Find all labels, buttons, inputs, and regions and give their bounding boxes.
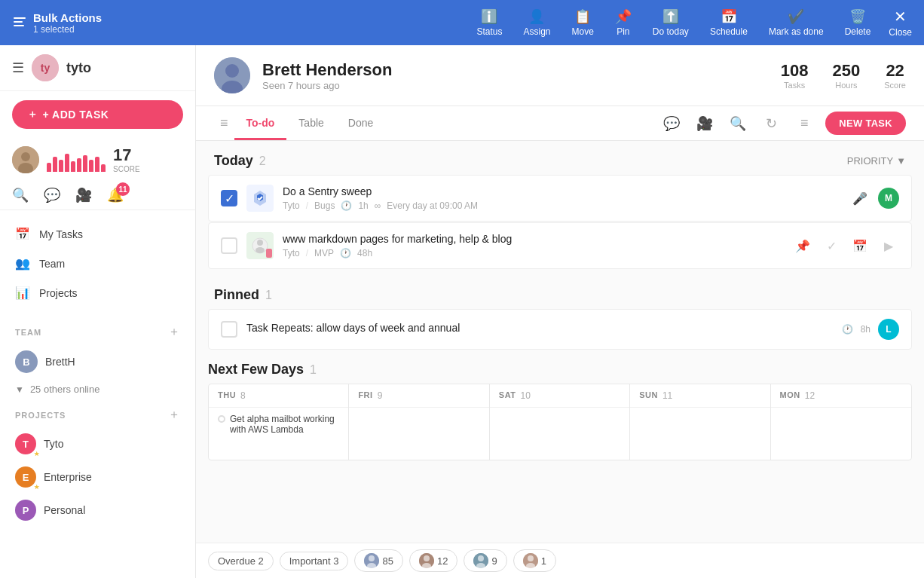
task-project-markdown: Tyto (283, 248, 300, 258)
comment-icon[interactable]: 💬 (659, 112, 684, 136)
pin-label: Pin (617, 26, 629, 37)
hamburger-menu-icon[interactable]: ☰ (12, 60, 24, 76)
filter-avatar-1[interactable]: 1 (513, 549, 556, 572)
filter-list-icon[interactable]: ≡ (792, 112, 816, 136)
profile-stats: 108 Tasks 250 Hours 22 Score (781, 61, 906, 90)
project-name-enterprise: Enterprise (44, 471, 92, 483)
video-icon[interactable]: 🎥 (75, 187, 92, 203)
clock-icon: 🕐 (341, 200, 352, 211)
svg-point-27 (528, 555, 534, 561)
tabs-bar: ≡ To-do Table Done 💬 🎥 🔍 ↻ ≡ NEW TASK (196, 106, 924, 141)
cal-day-label: THU (218, 390, 236, 401)
chat-icon[interactable]: 💬 (44, 187, 60, 203)
team-member-bretth[interactable]: B BrettH (0, 344, 195, 379)
task-check-btn[interactable]: ✓ (821, 235, 842, 256)
project-item-tyto[interactable]: T Tyto (0, 427, 195, 460)
svg-rect-2 (14, 25, 24, 26)
profile-avatar (214, 57, 250, 93)
calendar-column: THU8Get alpha mailbot working with AWS L… (209, 384, 349, 460)
task-row-pinned[interactable]: Task Repeats: allow days of week and ann… (208, 309, 912, 350)
bulk-markdone-action[interactable]: ✔️ Mark as done (769, 8, 824, 37)
score-label: SCORE (113, 165, 140, 173)
new-task-button[interactable]: NEW TASK (825, 112, 906, 135)
filter-important[interactable]: Important 3 (280, 552, 349, 570)
task-checkbox-markdown[interactable] (221, 237, 237, 254)
task-time-markdown: 48h (357, 248, 372, 258)
today-title: Today (214, 153, 253, 169)
bulk-move-action[interactable]: 📋 Move (572, 8, 594, 37)
brand-name: tyto (66, 60, 91, 76)
task-mic-icon[interactable]: 🎤 (849, 188, 870, 209)
filter-overdue[interactable]: Overdue 2 (208, 552, 274, 570)
task-checkbox-pinned[interactable] (221, 321, 237, 338)
recur-icon: ∞ (375, 200, 381, 211)
sidebar-item-projects[interactable]: 📊 Projects (0, 278, 195, 307)
filter-avatar-12[interactable]: 12 (409, 549, 457, 572)
tab-todo[interactable]: To-do (234, 108, 287, 140)
brand-logo-avatar: ty (32, 54, 59, 81)
video-tab-icon[interactable]: 🎥 (693, 112, 717, 136)
task-thumb-sentry (246, 185, 274, 212)
score-bar (53, 157, 57, 172)
bulk-delete-action[interactable]: 🗑️ Delete (845, 8, 871, 37)
pinned-count: 1 (265, 289, 272, 302)
search-tab-icon[interactable]: 🔍 (726, 112, 750, 136)
cal-task-dot (218, 415, 225, 423)
task-recur-sentry: Every day at 09:00 AM (387, 200, 478, 211)
task-pin-btn[interactable]: 📌 (792, 235, 813, 256)
add-team-member-icon[interactable]: ＋ (168, 324, 180, 340)
sidebar-item-label-projects: Projects (39, 287, 78, 299)
project-item-personal[interactable]: P Personal (0, 494, 195, 527)
delete-icon: 🗑️ (849, 8, 866, 25)
projects-section-header: PROJECTS ＋ (0, 399, 195, 427)
add-task-button[interactable]: ＋ + ADD TASK (12, 100, 183, 129)
stat-hours: 250 Hours (833, 61, 861, 90)
project-name-personal: Personal (44, 504, 85, 516)
task-actions-markdown: 📌 ✓ 📅 ▶ (792, 235, 899, 256)
user-avatar (12, 146, 39, 173)
task-checkbox-sentry[interactable]: ✓ (221, 190, 237, 206)
sidebar-item-my-tasks[interactable]: 📅 My Tasks (0, 219, 195, 249)
bulk-close-button[interactable]: ✕ Close (889, 8, 912, 38)
cal-date-label: 8 (240, 390, 246, 401)
schedule-label: Schedule (710, 26, 748, 37)
task-assignee-pinned: L (878, 319, 899, 340)
calendar-task[interactable]: Get alpha mailbot working with AWS Lambd… (218, 414, 339, 435)
my-tasks-icon: 📅 (15, 227, 30, 241)
search-icon[interactable]: 🔍 (12, 187, 29, 203)
stat-score-value: 22 (884, 61, 906, 81)
sidebar-item-team[interactable]: 👥 Team (0, 249, 195, 278)
task-play-btn[interactable]: ▶ (878, 235, 899, 256)
tab-table[interactable]: Table (286, 108, 335, 140)
bulk-assign-action[interactable]: 👤 Assign (523, 8, 550, 37)
others-online-label: 25 others online (30, 384, 100, 395)
notifications-button[interactable]: 🔔 11 (107, 187, 124, 203)
refresh-icon[interactable]: ↻ (759, 112, 783, 136)
filter-avatar-9[interactable]: 9 (464, 549, 506, 572)
task-info-sentry: Do a Sentry sweep Tyto / Bugs 🕐 1h ∞ Eve… (283, 185, 840, 211)
filter-avatar-85[interactable]: 85 (354, 549, 402, 572)
svg-point-21 (424, 555, 430, 561)
bulk-status-action[interactable]: ℹ️ Status (476, 8, 502, 37)
pinned-section-header: Pinned 1 (196, 275, 924, 309)
tyto-project-dot: T (15, 433, 36, 454)
tab-done[interactable]: Done (336, 108, 385, 140)
svg-rect-1 (14, 21, 23, 23)
bulk-dotoday-action[interactable]: ⬆️ Do today (653, 8, 689, 37)
task-calendar-btn[interactable]: 📅 (849, 235, 870, 256)
task-row-markdown[interactable]: www markdown pages for marketing, help &… (208, 222, 912, 269)
task-title-markdown: www markdown pages for marketing, help &… (283, 233, 783, 245)
bulk-action-bar: Bulk Actions 1 selected ℹ️ Status 👤 Assi… (0, 0, 924, 45)
bulk-schedule-action[interactable]: 📅 Schedule (710, 8, 748, 37)
priority-sort-button[interactable]: PRIORITY ▼ (847, 155, 906, 167)
overdue-label: Overdue 2 (218, 555, 264, 567)
bulk-pin-action[interactable]: 📌 Pin (615, 8, 632, 37)
score-bar (71, 161, 75, 172)
project-item-enterprise[interactable]: E Enterprise (0, 460, 195, 494)
others-online-row[interactable]: ▼ 25 others online (0, 379, 195, 399)
task-row-sentry[interactable]: ✓ Do a Sentry sweep Tyto / Bugs (208, 175, 912, 222)
bulk-actions-list: ℹ️ Status 👤 Assign 📋 Move 📌 Pin ⬆️ Do to… (476, 8, 870, 37)
list-view-icon[interactable]: ≡ (214, 106, 234, 140)
task-project-sentry: Tyto (283, 200, 300, 211)
add-project-icon[interactable]: ＋ (168, 407, 180, 423)
